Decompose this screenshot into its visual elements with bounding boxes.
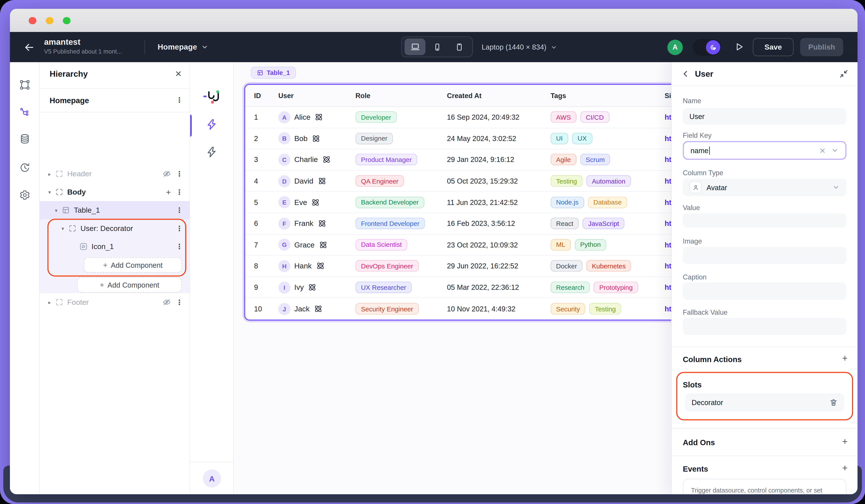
table-row[interactable]: 8HHankDevOps Engineer29 Jun 2022, 16:22:…	[245, 256, 677, 277]
clear-icon[interactable]	[819, 147, 826, 154]
trash-icon[interactable]	[830, 398, 838, 407]
hierarchy-page-row[interactable]: Homepage ⋮	[40, 88, 189, 112]
hierarchy-item-header[interactable]: ▸ Header ⋮	[40, 165, 189, 183]
column-type-select[interactable]: Avatar	[683, 178, 847, 196]
kebab-menu-icon[interactable]: ⋮	[176, 170, 183, 178]
save-button-label: Save	[764, 43, 782, 51]
site-link[interactable]: ht	[665, 262, 671, 270]
kebab-menu-icon[interactable]: ⋮	[176, 96, 183, 104]
add-column-action-button[interactable]: +	[842, 353, 847, 364]
table-row[interactable]: 3CCharlieProduct Manager29 Jan 2024, 9:1…	[245, 149, 677, 171]
table-row[interactable]: 1AAliceDeveloper16 Sep 2024, 20:49:32AWS…	[245, 107, 677, 128]
slot-item-row[interactable]: Decorator	[685, 394, 844, 412]
toolbar-avatar[interactable]: A	[203, 469, 221, 488]
hierarchy-tree-icon[interactable]	[20, 107, 31, 118]
table-column-header[interactable]: User	[271, 92, 348, 99]
add-addon-button[interactable]: +	[842, 436, 847, 447]
save-button[interactable]: Save	[753, 38, 794, 56]
history-icon[interactable]	[20, 162, 31, 173]
table-row[interactable]: 10JJackSecurity Engineer10 Nov 2021, 4:4…	[245, 298, 677, 319]
table-row[interactable]: 6FFrankFrontend Developer16 Feb 2023, 3:…	[245, 213, 677, 234]
chevron-down-icon[interactable]	[831, 146, 839, 154]
field-key-input[interactable]: name	[683, 141, 847, 160]
kebab-menu-icon[interactable]: ⋮	[176, 298, 183, 306]
fallback-input[interactable]	[683, 318, 847, 335]
site-link[interactable]: ht	[665, 155, 671, 164]
site-link[interactable]: ht	[665, 305, 671, 313]
device-size-dropdown[interactable]: Laptop (1440 × 834)	[482, 43, 557, 51]
device-laptop-button[interactable]	[404, 38, 425, 55]
close-window-button[interactable]	[28, 17, 36, 24]
site-link[interactable]: ht	[665, 198, 671, 207]
table-row[interactable]: 9IIvyUX Researcher05 Mar 2022, 22:36:12R…	[245, 277, 677, 298]
hierarchy-item-user-decorator[interactable]: ▾ User: Decorator ⋮	[40, 219, 189, 237]
collapse-panel-icon[interactable]	[839, 69, 849, 79]
value-input[interactable]	[683, 213, 847, 228]
publish-button[interactable]: Publish	[800, 38, 843, 56]
site-link[interactable]: ht	[665, 241, 671, 249]
user-avatar[interactable]: A	[668, 39, 683, 55]
table-column-header[interactable]: Created At	[439, 92, 543, 99]
actions-bolt-icon[interactable]	[206, 119, 218, 131]
table-cell-id: 8	[245, 262, 271, 270]
table-cell-id: 4	[245, 177, 271, 185]
page-selector[interactable]: Homepage	[158, 43, 208, 51]
site-link[interactable]: ht	[665, 113, 671, 121]
table-cell-created: 10 Nov 2021, 4:49:32	[439, 305, 543, 313]
kebab-menu-icon[interactable]: ⋮	[176, 243, 183, 251]
table-column-header[interactable]: Tags	[543, 92, 657, 99]
kebab-menu-icon[interactable]: ⋮	[176, 224, 183, 233]
preview-play-button[interactable]	[734, 42, 745, 52]
table-row[interactable]: 5EEveBackend Developer11 Jun 2023, 21:42…	[245, 192, 677, 213]
selected-component-tab[interactable]: Table_1	[251, 67, 296, 79]
table-row[interactable]: 2BBobDesigner24 May 2024, 3:02:52UIUXht	[245, 128, 677, 149]
table-column-header[interactable]: Role	[348, 92, 439, 99]
caption-input[interactable]	[683, 283, 847, 300]
image-input[interactable]	[683, 247, 847, 264]
secondary-bolt-icon[interactable]	[206, 146, 218, 158]
add-event-button[interactable]: +	[842, 463, 847, 474]
settings-gear-icon[interactable]	[20, 189, 31, 201]
eye-off-icon[interactable]	[163, 298, 171, 306]
zoom-window-button[interactable]	[63, 17, 70, 24]
table-column-header[interactable]: ID	[245, 92, 271, 99]
chevron-left-icon[interactable]	[681, 69, 691, 79]
table[interactable]: IDUserRoleCreated AtTagsSi1AAliceDevelop…	[244, 84, 678, 321]
project-title-block[interactable]: amantest V5 Published about 1 mont...	[44, 37, 122, 55]
device-phone-button[interactable]	[427, 38, 448, 55]
kebab-menu-icon[interactable]: ⋮	[176, 206, 183, 214]
components-icon[interactable]	[20, 79, 31, 90]
user-avatar-initial: A	[672, 43, 678, 51]
table-cell-user: FFrank	[271, 218, 348, 230]
minimize-window-button[interactable]	[46, 17, 53, 24]
name-field[interactable]: User	[683, 108, 847, 125]
hierarchy-item-table1[interactable]: ▾ Table_1 ⋮	[40, 201, 189, 220]
table-row[interactable]: 7GGraceData Scientist23 Oct 2022, 10:09:…	[245, 234, 677, 256]
interact-mode-toggle[interactable]	[693, 39, 722, 55]
site-link[interactable]: ht	[665, 283, 671, 292]
device-tablet-button[interactable]	[449, 38, 470, 55]
caret-down-icon[interactable]: ▾	[59, 226, 66, 231]
kebab-menu-icon[interactable]: ⋮	[176, 188, 183, 196]
eye-off-icon[interactable]	[163, 170, 171, 178]
site-link[interactable]: ht	[665, 220, 671, 228]
add-component-button[interactable]: + Add Component	[84, 257, 182, 273]
close-icon[interactable]: ✕	[175, 69, 182, 79]
back-arrow-icon[interactable]	[23, 42, 35, 54]
hierarchy-item-footer[interactable]: ▸ Footer ⋮	[40, 293, 189, 312]
data-sources-icon[interactable]	[20, 133, 31, 144]
hierarchy-item-icon1[interactable]: Icon_1 ⋮	[40, 237, 189, 256]
hierarchy-item-body[interactable]: ▾ Body + ⋮	[40, 183, 189, 201]
add-component-button[interactable]: + Add Component	[77, 277, 182, 293]
add-child-icon[interactable]: +	[166, 187, 171, 197]
screenshot-stage: amantest V5 Published about 1 mont... Ho…	[0, 0, 865, 504]
site-link[interactable]: ht	[665, 134, 671, 143]
caret-down-icon[interactable]: ▾	[53, 207, 59, 213]
caret-right-icon[interactable]: ▸	[46, 171, 53, 177]
table-cell-id: 7	[245, 241, 271, 249]
site-link[interactable]: ht	[665, 177, 671, 185]
caret-right-icon[interactable]: ▸	[46, 300, 53, 305]
caret-down-icon[interactable]: ▾	[46, 189, 53, 195]
avatar-type-icon	[690, 181, 702, 194]
table-row[interactable]: 4DDavidQA Engineer05 Oct 2023, 15:29:32T…	[245, 171, 677, 192]
